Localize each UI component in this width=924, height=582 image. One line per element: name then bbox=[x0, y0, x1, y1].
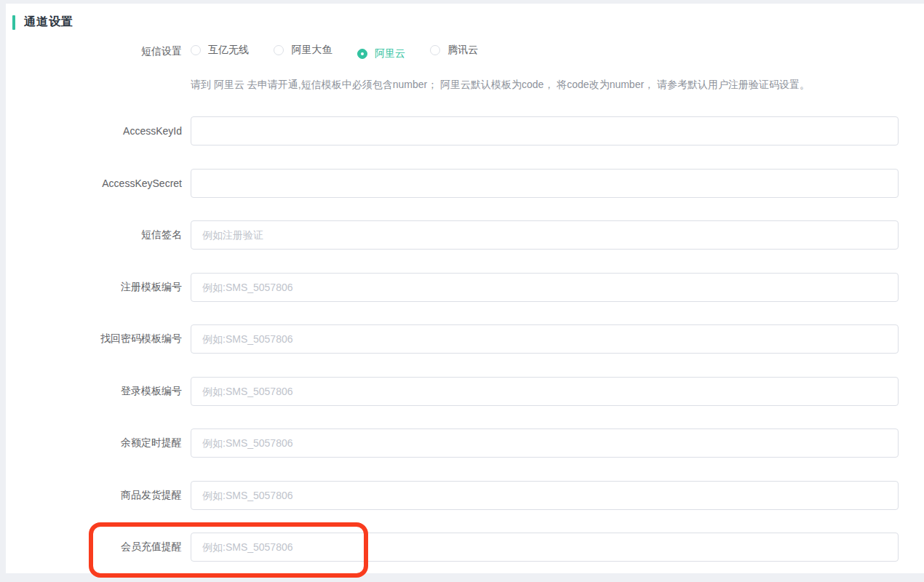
radio-icon bbox=[430, 45, 440, 55]
sms-provider-label: 短信设置 bbox=[6, 45, 191, 58]
field-input[interactable] bbox=[191, 169, 899, 198]
radio-option-label: 阿里云 bbox=[375, 47, 405, 60]
sms-provider-row: 短信设置 互亿无线 阿里大鱼 阿里云 腾讯云 bbox=[6, 44, 924, 59]
radio-option-label: 腾讯云 bbox=[447, 44, 478, 57]
field-label: 找回密码模板编号 bbox=[6, 332, 191, 346]
section-accent-bar bbox=[12, 15, 15, 30]
form-row: 余额定时提醒 bbox=[6, 428, 924, 458]
radio-icon bbox=[191, 45, 201, 55]
form-row: 商品发货提醒 bbox=[6, 481, 924, 510]
field-label: 商品发货提醒 bbox=[6, 489, 191, 502]
field-input[interactable] bbox=[191, 377, 899, 406]
form-row: 短信签名 bbox=[6, 220, 924, 250]
field-label: AccessKeySecret bbox=[6, 178, 191, 189]
sms-settings-form: AccessKeyId AccessKeySecret 短信签名 注册模板编号 … bbox=[6, 116, 924, 562]
channel-settings-panel: 通道设置 短信设置 互亿无线 阿里大鱼 阿里云 腾讯云 请到 阿里云 去申请开通… bbox=[6, 4, 924, 573]
field-label: 注册模板编号 bbox=[6, 281, 191, 294]
radio-option-label: 互亿无线 bbox=[208, 44, 249, 57]
field-input[interactable] bbox=[191, 533, 899, 562]
field-input[interactable] bbox=[191, 273, 899, 302]
field-label: AccessKeyId bbox=[6, 125, 191, 137]
form-row: 注册模板编号 bbox=[6, 273, 924, 302]
form-row: 找回密码模板编号 bbox=[6, 324, 924, 354]
section-title: 通道设置 bbox=[24, 15, 73, 30]
field-input[interactable] bbox=[191, 481, 899, 510]
field-label: 会员充值提醒 bbox=[6, 541, 191, 554]
radio-icon bbox=[274, 45, 284, 55]
section-header: 通道设置 bbox=[6, 4, 924, 30]
field-label: 登录模板编号 bbox=[6, 385, 191, 398]
radio-option-label: 阿里大鱼 bbox=[291, 44, 332, 57]
form-row: 会员充值提醒 bbox=[6, 533, 924, 562]
form-row: 登录模板编号 bbox=[6, 377, 924, 406]
field-label: 短信签名 bbox=[6, 228, 191, 242]
sms-provider-radio-group: 互亿无线 阿里大鱼 阿里云 腾讯云 bbox=[191, 44, 500, 60]
form-row: AccessKeyId bbox=[6, 116, 924, 146]
field-input[interactable] bbox=[191, 116, 899, 146]
radio-option-1[interactable]: 阿里大鱼 bbox=[274, 44, 332, 57]
form-row: AccessKeySecret bbox=[6, 169, 924, 198]
field-input[interactable] bbox=[191, 324, 899, 354]
field-input[interactable] bbox=[191, 428, 899, 458]
radio-option-2[interactable]: 阿里云 bbox=[357, 47, 405, 60]
field-input[interactable] bbox=[191, 220, 899, 250]
help-row: 请到 阿里云 去申请开通,短信模板中必须包含number； 阿里云默认模板为co… bbox=[6, 77, 924, 92]
help-text: 请到 阿里云 去申请开通,短信模板中必须包含number； 阿里云默认模板为co… bbox=[191, 77, 810, 92]
radio-icon bbox=[357, 49, 367, 59]
field-label: 余额定时提醒 bbox=[6, 436, 191, 450]
radio-option-3[interactable]: 腾讯云 bbox=[430, 44, 478, 57]
radio-dot-icon bbox=[361, 52, 364, 55]
radio-option-0[interactable]: 互亿无线 bbox=[191, 44, 249, 57]
